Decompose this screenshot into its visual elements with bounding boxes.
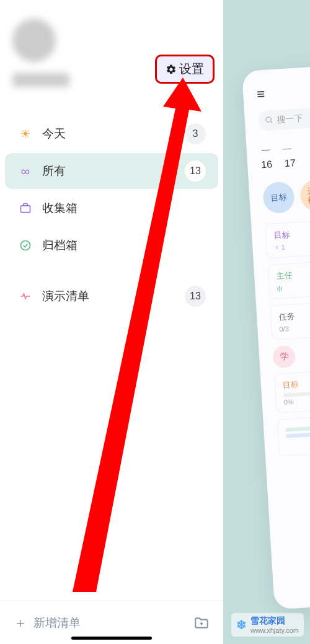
username [12, 73, 69, 87]
menu-item-demo-list[interactable]: 演示清单 13 [5, 278, 218, 314]
svg-point-3 [266, 117, 272, 122]
goal2-card[interactable]: 目标 0% [274, 366, 310, 413]
cal-day[interactable]: 16 [261, 159, 273, 170]
menu-label: 收集箱 [42, 200, 206, 216]
menu-item-today[interactable]: ☀ 今天 3 [5, 116, 218, 152]
watermark: ❄ 雪花家园 www.xhjaty.com [231, 613, 304, 637]
menu-list: ☀ 今天 3 ∞ 所有 13 收集箱 归档箱 演示清单 13 [0, 115, 223, 315]
sidebar-panel: 设置 ☀ 今天 3 ∞ 所有 13 收集箱 归档箱 [0, 0, 223, 644]
heartbeat-icon [17, 290, 33, 302]
menu-label: 演示清单 [42, 288, 176, 304]
count-badge: 3 [185, 123, 206, 144]
menu-label: 归档箱 [42, 237, 206, 254]
calendar-header: — — [260, 137, 310, 155]
svg-point-1 [21, 241, 30, 250]
gear-icon [166, 64, 177, 75]
add-list-button[interactable]: ＋ 新增清单 [14, 614, 184, 632]
snowflake-icon: ❄ [236, 617, 247, 632]
avatar[interactable] [12, 19, 56, 62]
watermark-name: 雪花家园 [250, 615, 285, 625]
new-folder-icon[interactable] [193, 615, 210, 631]
hamburger-icon[interactable]: ≡ [257, 79, 310, 103]
study-pill[interactable]: 学 [272, 345, 296, 369]
watermark-url: www.xhjaty.com [250, 627, 299, 634]
count-badge: 13 [185, 161, 206, 182]
task-card[interactable]: 任务 0/3 [270, 298, 310, 340]
menu-item-all[interactable]: ∞ 所有 13 [5, 153, 218, 189]
menu-label: 今天 [42, 126, 176, 142]
sun-icon: ☀ [17, 126, 33, 141]
settings-button[interactable]: 设置 [155, 55, 215, 84]
check-circle-icon [17, 239, 33, 252]
profile-header: 设置 [0, 0, 223, 115]
count-badge: 13 [185, 286, 206, 307]
search-icon [264, 115, 273, 126]
menu-label: 所有 [42, 163, 176, 179]
search-placeholder: 搜一下 [277, 113, 303, 126]
home-indicator [71, 637, 152, 640]
add-list-label: 新增清单 [33, 615, 81, 631]
infinity-icon: ∞ [17, 164, 33, 179]
menu-item-inbox[interactable]: 收集箱 [5, 190, 218, 226]
briefcase-icon [17, 202, 33, 214]
svg-rect-0 [21, 206, 30, 213]
peek-preview: ≡ 搜一下 — — 16 17 目标 进度 待办 目标 ♀ 1 主任 ı|ı 任… [242, 62, 310, 610]
search-bar[interactable]: 搜一下 [258, 104, 310, 131]
settings-label: 设置 [179, 61, 204, 77]
cal-day[interactable]: 17 [284, 157, 296, 169]
goal-card[interactable]: 目标 ♀ 1 [265, 216, 310, 258]
menu-item-archive[interactable]: 归档箱 [5, 227, 218, 263]
progress-circle[interactable]: 进度 待办 [299, 179, 310, 212]
calendar-days[interactable]: 16 17 [261, 152, 310, 171]
goal-row: 目标 进度 待办 [262, 175, 310, 214]
goal-circle[interactable]: 目标 [262, 181, 295, 214]
plus-icon: ＋ [14, 614, 27, 632]
main-card[interactable]: 主任 ı|ı [267, 257, 310, 299]
empty-card[interactable] [277, 412, 310, 457]
